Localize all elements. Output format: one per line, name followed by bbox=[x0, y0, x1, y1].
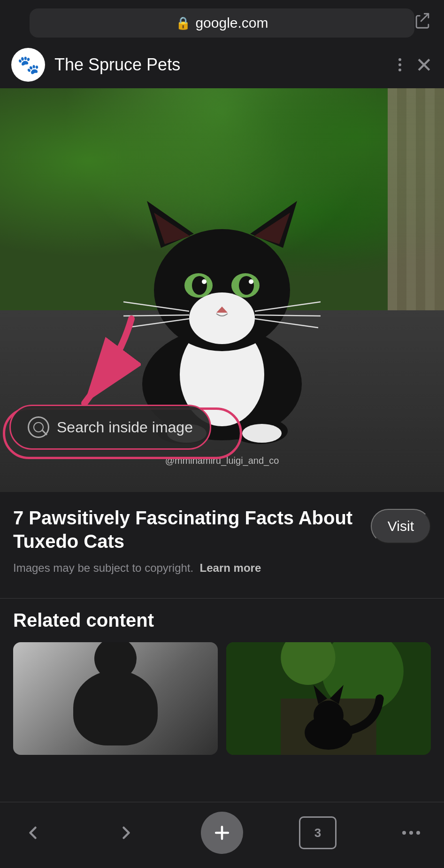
forward-button[interactable] bbox=[107, 816, 145, 849]
tabs-count-label: 3 bbox=[314, 826, 321, 840]
copyright-text: Images may be subject to copyright. Lear… bbox=[13, 561, 431, 575]
address-pill[interactable]: 🔒 google.com bbox=[30, 8, 414, 38]
related-content-title: Related content bbox=[13, 610, 431, 631]
image-watermark: @mminamiru_luigi_and_co bbox=[165, 455, 279, 466]
related-card-1[interactable] bbox=[13, 642, 218, 755]
back-button[interactable] bbox=[14, 816, 52, 849]
arrow-annotation bbox=[28, 314, 141, 419]
more-dot-2 bbox=[409, 831, 413, 835]
copyright-label: Images may be subject to copyright. bbox=[13, 561, 193, 574]
svg-point-8 bbox=[189, 292, 255, 344]
learn-more-link[interactable]: Learn more bbox=[200, 561, 261, 574]
tab-more-button[interactable] bbox=[398, 58, 401, 71]
related-grid bbox=[13, 642, 431, 755]
main-image: Search inside image @mminamiru_luigi_and… bbox=[0, 88, 444, 492]
tabs-button[interactable]: 3 bbox=[299, 816, 337, 849]
more-dot-1 bbox=[402, 831, 406, 835]
related-section: Related content bbox=[0, 610, 444, 764]
svg-point-17 bbox=[202, 279, 207, 284]
bottom-navigation: 3 bbox=[0, 802, 444, 868]
article-row: 7 Pawsitively Fascinating Facts About Tu… bbox=[13, 506, 431, 553]
lens-icon bbox=[28, 416, 49, 438]
tab-header: 🐾 The Spruce Pets ✕ bbox=[0, 43, 444, 88]
add-tab-button[interactable] bbox=[201, 812, 243, 854]
related-image-1 bbox=[13, 642, 218, 755]
visit-button[interactable]: Visit bbox=[371, 509, 431, 544]
svg-point-6 bbox=[242, 424, 282, 443]
svg-point-32 bbox=[314, 700, 344, 730]
search-inside-image-button[interactable]: Search inside image bbox=[9, 405, 211, 450]
more-dot-3 bbox=[416, 831, 420, 835]
article-title: 7 Pawsitively Fascinating Facts About Tu… bbox=[13, 506, 361, 553]
content-section: 7 Pawsitively Fascinating Facts About Tu… bbox=[0, 492, 444, 587]
paw-icon: 🐾 bbox=[17, 54, 39, 75]
related-card-2[interactable] bbox=[226, 642, 431, 755]
lock-icon: 🔒 bbox=[176, 16, 191, 31]
favicon: 🐾 bbox=[11, 48, 45, 82]
tab-close-button[interactable]: ✕ bbox=[415, 53, 433, 77]
search-inside-image-area: Search inside image bbox=[9, 405, 211, 450]
divider bbox=[0, 598, 444, 599]
address-bar: 🔒 google.com bbox=[0, 0, 444, 43]
svg-point-16 bbox=[239, 276, 254, 295]
url-text: google.com bbox=[195, 15, 268, 31]
more-button[interactable] bbox=[392, 816, 430, 849]
tab-title: The Spruce Pets bbox=[54, 55, 389, 75]
svg-line-0 bbox=[421, 14, 429, 21]
share-button[interactable] bbox=[414, 12, 431, 35]
svg-point-15 bbox=[192, 276, 207, 295]
svg-point-18 bbox=[249, 279, 253, 284]
search-inside-label: Search inside image bbox=[57, 419, 193, 436]
